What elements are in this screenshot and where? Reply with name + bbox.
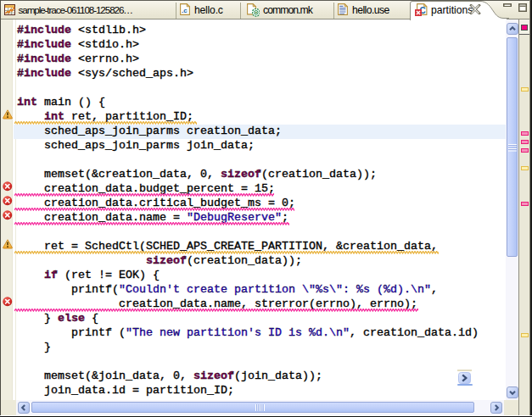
svg-text:.c: .c	[182, 7, 188, 14]
